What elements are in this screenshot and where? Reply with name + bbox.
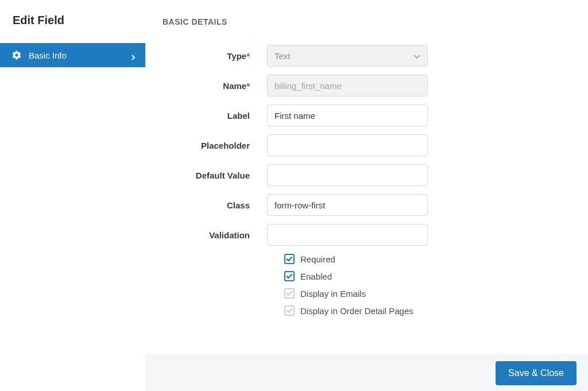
checkbox-icon	[284, 254, 295, 264]
placeholder-input[interactable]	[267, 134, 428, 156]
checkbox-label: Required	[300, 254, 335, 264]
main-panel: BASIC DETAILS Type* Text Name* Label Pla…	[145, 0, 588, 355]
default-value-input[interactable]	[267, 164, 428, 186]
section-title: BASIC DETAILS	[163, 17, 571, 26]
save-close-button[interactable]: Save & Close	[496, 361, 577, 385]
row-validation: Validation	[163, 224, 571, 246]
label-placeholder: Placeholder	[163, 141, 267, 150]
checkbox-required[interactable]: Required	[284, 254, 571, 264]
chevron-down-icon	[413, 51, 420, 61]
gear-icon	[11, 50, 22, 60]
label-name: Name*	[163, 81, 267, 91]
type-select[interactable]: Text	[267, 45, 428, 67]
sidebar-item-basic-info[interactable]: Basic Info	[0, 43, 145, 67]
label-validation: Validation	[163, 230, 267, 240]
validation-input[interactable]	[267, 224, 428, 246]
checkbox-icon	[284, 271, 295, 281]
row-type: Type* Text	[163, 45, 571, 67]
row-class: Class	[163, 194, 571, 216]
label-default-value: Default Value	[163, 171, 267, 180]
checkbox-group: Required Enabled Display in Emails Displ…	[284, 254, 571, 316]
type-select-value: Text	[274, 51, 291, 61]
checkbox-icon	[284, 288, 295, 299]
row-label: Label	[163, 104, 571, 126]
checkbox-enabled[interactable]: Enabled	[284, 271, 571, 281]
label-label: Label	[163, 111, 267, 121]
page-title: Edit Field	[0, 0, 145, 43]
sidebar-item-label: Basic Info	[29, 51, 130, 60]
chevron-right-icon	[130, 52, 136, 58]
class-input[interactable]	[267, 194, 428, 216]
checkbox-label: Display in Emails	[300, 289, 366, 299]
footer: Save & Close	[145, 355, 588, 391]
label-input[interactable]	[267, 104, 428, 126]
checkbox-label: Enabled	[300, 272, 332, 281]
label-class: Class	[163, 200, 267, 210]
checkbox-icon	[284, 305, 295, 316]
checkbox-display-order-pages[interactable]: Display in Order Detail Pages	[284, 305, 571, 316]
name-input	[267, 75, 428, 96]
row-name: Name*	[163, 75, 571, 96]
row-default-value: Default Value	[163, 164, 571, 186]
checkbox-label: Display in Order Detail Pages	[300, 306, 413, 316]
row-placeholder: Placeholder	[163, 134, 571, 156]
sidebar: Edit Field Basic Info	[0, 0, 145, 391]
checkbox-display-emails[interactable]: Display in Emails	[284, 288, 571, 299]
label-type: Type*	[163, 51, 267, 61]
